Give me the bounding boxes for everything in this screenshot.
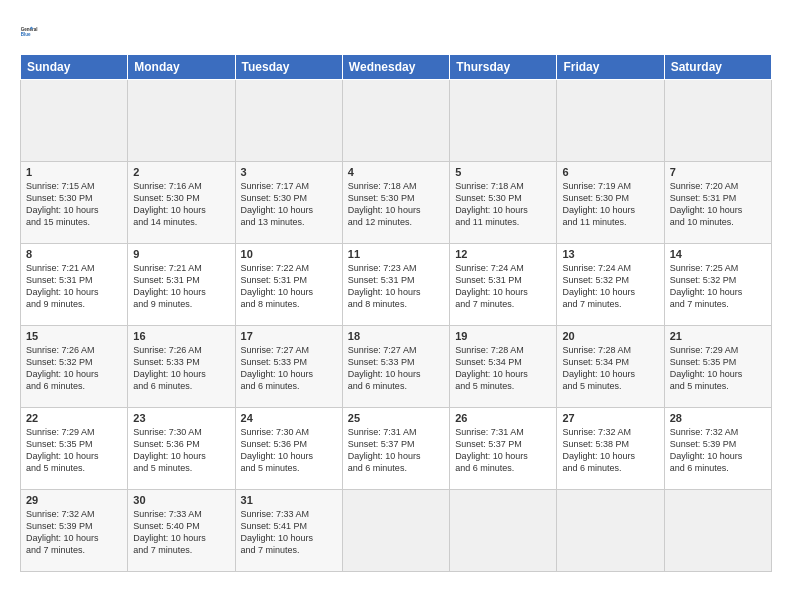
svg-text:Blue: Blue <box>21 32 31 37</box>
calendar-header-thursday: Thursday <box>450 55 557 80</box>
calendar-day <box>557 80 664 162</box>
calendar-day: 2Sunrise: 7:16 AM Sunset: 5:30 PM Daylig… <box>128 162 235 244</box>
calendar-day <box>342 80 449 162</box>
calendar-week-4: 15Sunrise: 7:26 AM Sunset: 5:32 PM Dayli… <box>21 326 772 408</box>
calendar-day: 25Sunrise: 7:31 AM Sunset: 5:37 PM Dayli… <box>342 408 449 490</box>
day-info: Sunrise: 7:16 AM Sunset: 5:30 PM Dayligh… <box>133 180 229 229</box>
calendar-day <box>128 80 235 162</box>
day-info: Sunrise: 7:29 AM Sunset: 5:35 PM Dayligh… <box>670 344 766 393</box>
calendar: SundayMondayTuesdayWednesdayThursdayFrid… <box>20 54 772 572</box>
calendar-day: 17Sunrise: 7:27 AM Sunset: 5:33 PM Dayli… <box>235 326 342 408</box>
day-info: Sunrise: 7:21 AM Sunset: 5:31 PM Dayligh… <box>133 262 229 311</box>
day-info: Sunrise: 7:31 AM Sunset: 5:37 PM Dayligh… <box>348 426 444 475</box>
calendar-day: 4Sunrise: 7:18 AM Sunset: 5:30 PM Daylig… <box>342 162 449 244</box>
day-info: Sunrise: 7:24 AM Sunset: 5:32 PM Dayligh… <box>562 262 658 311</box>
calendar-week-2: 1Sunrise: 7:15 AM Sunset: 5:30 PM Daylig… <box>21 162 772 244</box>
calendar-day: 13Sunrise: 7:24 AM Sunset: 5:32 PM Dayli… <box>557 244 664 326</box>
day-info: Sunrise: 7:26 AM Sunset: 5:33 PM Dayligh… <box>133 344 229 393</box>
calendar-day: 6Sunrise: 7:19 AM Sunset: 5:30 PM Daylig… <box>557 162 664 244</box>
calendar-day: 10Sunrise: 7:22 AM Sunset: 5:31 PM Dayli… <box>235 244 342 326</box>
calendar-day: 5Sunrise: 7:18 AM Sunset: 5:30 PM Daylig… <box>450 162 557 244</box>
logo: General Blue <box>20 18 48 46</box>
day-info: Sunrise: 7:30 AM Sunset: 5:36 PM Dayligh… <box>241 426 337 475</box>
day-number: 21 <box>670 330 766 342</box>
day-info: Sunrise: 7:23 AM Sunset: 5:31 PM Dayligh… <box>348 262 444 311</box>
svg-text:General: General <box>21 27 38 32</box>
day-info: Sunrise: 7:33 AM Sunset: 5:41 PM Dayligh… <box>241 508 337 557</box>
calendar-day: 8Sunrise: 7:21 AM Sunset: 5:31 PM Daylig… <box>21 244 128 326</box>
calendar-header-sunday: Sunday <box>21 55 128 80</box>
day-number: 31 <box>241 494 337 506</box>
calendar-day: 23Sunrise: 7:30 AM Sunset: 5:36 PM Dayli… <box>128 408 235 490</box>
day-number: 11 <box>348 248 444 260</box>
calendar-day: 31Sunrise: 7:33 AM Sunset: 5:41 PM Dayli… <box>235 490 342 572</box>
day-number: 4 <box>348 166 444 178</box>
calendar-day <box>21 80 128 162</box>
calendar-day: 30Sunrise: 7:33 AM Sunset: 5:40 PM Dayli… <box>128 490 235 572</box>
day-number: 19 <box>455 330 551 342</box>
calendar-day: 11Sunrise: 7:23 AM Sunset: 5:31 PM Dayli… <box>342 244 449 326</box>
day-number: 2 <box>133 166 229 178</box>
day-number: 25 <box>348 412 444 424</box>
calendar-week-5: 22Sunrise: 7:29 AM Sunset: 5:35 PM Dayli… <box>21 408 772 490</box>
calendar-day: 20Sunrise: 7:28 AM Sunset: 5:34 PM Dayli… <box>557 326 664 408</box>
day-number: 13 <box>562 248 658 260</box>
calendar-day: 14Sunrise: 7:25 AM Sunset: 5:32 PM Dayli… <box>664 244 771 326</box>
calendar-day: 28Sunrise: 7:32 AM Sunset: 5:39 PM Dayli… <box>664 408 771 490</box>
day-info: Sunrise: 7:30 AM Sunset: 5:36 PM Dayligh… <box>133 426 229 475</box>
day-info: Sunrise: 7:20 AM Sunset: 5:31 PM Dayligh… <box>670 180 766 229</box>
calendar-week-1 <box>21 80 772 162</box>
calendar-day: 9Sunrise: 7:21 AM Sunset: 5:31 PM Daylig… <box>128 244 235 326</box>
day-info: Sunrise: 7:32 AM Sunset: 5:39 PM Dayligh… <box>26 508 122 557</box>
calendar-day: 21Sunrise: 7:29 AM Sunset: 5:35 PM Dayli… <box>664 326 771 408</box>
day-info: Sunrise: 7:31 AM Sunset: 5:37 PM Dayligh… <box>455 426 551 475</box>
calendar-day <box>664 490 771 572</box>
day-number: 7 <box>670 166 766 178</box>
day-number: 30 <box>133 494 229 506</box>
calendar-day <box>342 490 449 572</box>
day-number: 26 <box>455 412 551 424</box>
calendar-header-monday: Monday <box>128 55 235 80</box>
day-info: Sunrise: 7:17 AM Sunset: 5:30 PM Dayligh… <box>241 180 337 229</box>
calendar-day <box>557 490 664 572</box>
day-info: Sunrise: 7:22 AM Sunset: 5:31 PM Dayligh… <box>241 262 337 311</box>
day-number: 22 <box>26 412 122 424</box>
calendar-day: 3Sunrise: 7:17 AM Sunset: 5:30 PM Daylig… <box>235 162 342 244</box>
calendar-week-6: 29Sunrise: 7:32 AM Sunset: 5:39 PM Dayli… <box>21 490 772 572</box>
day-info: Sunrise: 7:18 AM Sunset: 5:30 PM Dayligh… <box>348 180 444 229</box>
day-number: 27 <box>562 412 658 424</box>
day-number: 10 <box>241 248 337 260</box>
calendar-day: 16Sunrise: 7:26 AM Sunset: 5:33 PM Dayli… <box>128 326 235 408</box>
day-number: 3 <box>241 166 337 178</box>
calendar-day <box>235 80 342 162</box>
day-number: 9 <box>133 248 229 260</box>
calendar-day: 24Sunrise: 7:30 AM Sunset: 5:36 PM Dayli… <box>235 408 342 490</box>
calendar-day: 26Sunrise: 7:31 AM Sunset: 5:37 PM Dayli… <box>450 408 557 490</box>
calendar-day: 27Sunrise: 7:32 AM Sunset: 5:38 PM Dayli… <box>557 408 664 490</box>
day-number: 20 <box>562 330 658 342</box>
day-info: Sunrise: 7:28 AM Sunset: 5:34 PM Dayligh… <box>562 344 658 393</box>
day-number: 8 <box>26 248 122 260</box>
day-info: Sunrise: 7:24 AM Sunset: 5:31 PM Dayligh… <box>455 262 551 311</box>
day-info: Sunrise: 7:32 AM Sunset: 5:39 PM Dayligh… <box>670 426 766 475</box>
calendar-day: 22Sunrise: 7:29 AM Sunset: 5:35 PM Dayli… <box>21 408 128 490</box>
day-info: Sunrise: 7:26 AM Sunset: 5:32 PM Dayligh… <box>26 344 122 393</box>
day-number: 12 <box>455 248 551 260</box>
calendar-day <box>664 80 771 162</box>
calendar-day: 19Sunrise: 7:28 AM Sunset: 5:34 PM Dayli… <box>450 326 557 408</box>
day-info: Sunrise: 7:29 AM Sunset: 5:35 PM Dayligh… <box>26 426 122 475</box>
day-number: 15 <box>26 330 122 342</box>
page: General Blue SundayMondayTuesdayWednesda… <box>0 0 792 612</box>
day-info: Sunrise: 7:32 AM Sunset: 5:38 PM Dayligh… <box>562 426 658 475</box>
day-info: Sunrise: 7:27 AM Sunset: 5:33 PM Dayligh… <box>241 344 337 393</box>
logo-icon: General Blue <box>20 18 48 46</box>
calendar-day: 15Sunrise: 7:26 AM Sunset: 5:32 PM Dayli… <box>21 326 128 408</box>
day-number: 18 <box>348 330 444 342</box>
day-info: Sunrise: 7:19 AM Sunset: 5:30 PM Dayligh… <box>562 180 658 229</box>
calendar-header-tuesday: Tuesday <box>235 55 342 80</box>
day-info: Sunrise: 7:25 AM Sunset: 5:32 PM Dayligh… <box>670 262 766 311</box>
calendar-day: 18Sunrise: 7:27 AM Sunset: 5:33 PM Dayli… <box>342 326 449 408</box>
calendar-day: 7Sunrise: 7:20 AM Sunset: 5:31 PM Daylig… <box>664 162 771 244</box>
day-number: 23 <box>133 412 229 424</box>
calendar-header-saturday: Saturday <box>664 55 771 80</box>
